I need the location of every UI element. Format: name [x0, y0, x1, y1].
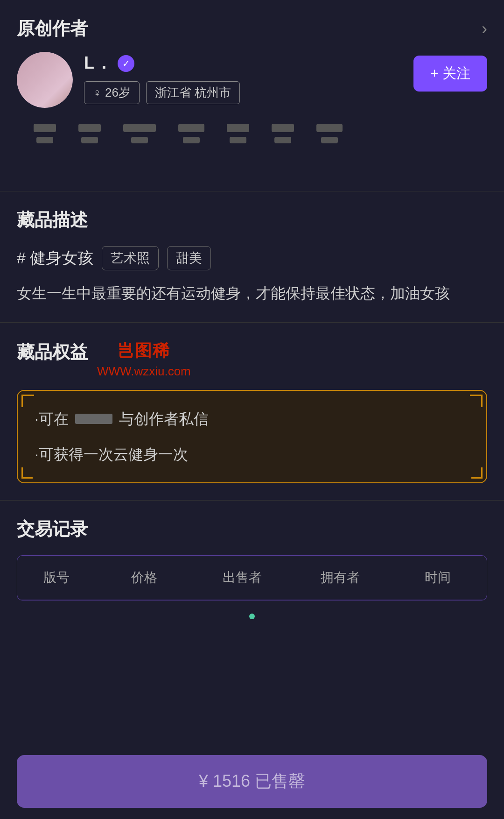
divider-3: [0, 500, 504, 501]
col-time: 时间: [389, 569, 487, 586]
benefits-card: ·可在 与创作者私信 ·可获得一次云健身一次: [17, 390, 487, 483]
scroll-indicator: [249, 614, 255, 619]
benefit-1-prefix: ·可在: [35, 408, 69, 430]
sold-button: ¥ 1516 已售罄: [17, 755, 487, 808]
stat-7: [316, 124, 343, 143]
age-tag-label: 26岁: [105, 85, 131, 101]
stat-label-3: [131, 137, 148, 143]
follow-button[interactable]: + 关注: [413, 56, 487, 92]
benefits-title: 藏品权益: [17, 340, 88, 364]
stat-value-2: [78, 124, 101, 132]
divider-2: [0, 322, 504, 323]
stat-value-6: [272, 124, 294, 132]
author-name: L．: [84, 52, 113, 75]
watermark-url: WWW.wzxiu.com: [97, 364, 191, 379]
description-section: 藏品描述 # 健身女孩 艺术照 甜美 女生一生中最重要的还有运动健身，才能保持最…: [0, 208, 504, 305]
age-tag: ♀ 26岁: [84, 81, 140, 104]
col-edition: 版号: [17, 569, 96, 586]
stats-grid: [17, 119, 487, 157]
author-section-title: 原创作者: [17, 17, 88, 41]
stat-value-4: [178, 124, 204, 132]
stat-value-5: [227, 124, 249, 132]
stat-5: [227, 124, 249, 143]
stat-value-1: [34, 124, 56, 132]
stat-6: [272, 124, 294, 143]
avatar-placeholder: [17, 52, 73, 108]
stat-4: [178, 124, 204, 143]
benefit-1-blurred: [75, 414, 112, 424]
benefit-1-suffix: 与创作者私信: [119, 408, 209, 430]
watermark-cn: 岂图稀: [117, 339, 170, 362]
verified-badge-icon: ✓: [118, 55, 134, 72]
description-text: 女生一生中最重要的还有运动健身，才能保持最佳状态，加油女孩: [17, 282, 487, 305]
stat-3: [123, 124, 156, 143]
stat-2: [78, 124, 101, 143]
col-seller: 出售者: [193, 569, 291, 586]
author-section-header: 原创作者 ›: [0, 0, 504, 52]
stat-label-5: [230, 137, 246, 143]
description-title: 藏品描述: [17, 208, 487, 232]
stat-label-2: [81, 137, 98, 143]
stat-value-3: [123, 124, 156, 132]
transaction-table: 版号 价格 出售者 拥有者 时间: [17, 555, 487, 600]
author-top-row: L． ✓ ♀ 26岁 浙江省 杭州市 + 关注: [17, 52, 487, 108]
corner-bottom-right-icon: [471, 467, 483, 479]
transaction-title: 交易记录: [17, 517, 487, 541]
tag-badge-1: 艺术照: [102, 246, 159, 270]
watermark: 岂图稀 WWW.wzxiu.com: [97, 339, 191, 379]
avatar: [17, 52, 73, 108]
col-price: 价格: [96, 569, 194, 586]
stat-value-7: [316, 124, 343, 132]
stat-label-4: [183, 137, 200, 143]
author-info: L． ✓ ♀ 26岁 浙江省 杭州市: [84, 52, 402, 104]
page-container: 原创作者 › L． ✓ ♀ 26岁 浙江: [0, 0, 504, 679]
table-header: 版号 价格 出售者 拥有者 时间: [17, 556, 487, 600]
gender-icon: ♀: [93, 86, 101, 99]
stat-1: [34, 124, 56, 143]
transaction-section: 交易记录 版号 价格 出售者 拥有者 时间: [0, 517, 504, 600]
tag-badge-2: 甜美: [167, 246, 211, 270]
benefit-item-1: ·可在 与创作者私信: [35, 408, 469, 430]
benefit-item-2: ·可获得一次云健身一次: [35, 443, 469, 466]
corner-bottom-left-icon: [21, 467, 33, 479]
benefits-section: 藏品权益 岂图稀 WWW.wzxiu.com ·可在 与创作者私信 ·可获得一次…: [0, 339, 504, 483]
bottom-bar: ¥ 1516 已售罄: [0, 744, 504, 819]
divider-1: [0, 191, 504, 191]
author-card: L． ✓ ♀ 26岁 浙江省 杭州市 + 关注: [0, 52, 504, 174]
location-tag-label: 浙江省 杭州市: [155, 85, 231, 101]
hashtag: # 健身女孩: [17, 247, 93, 269]
stat-label-1: [36, 137, 53, 143]
stat-label-6: [274, 137, 291, 143]
benefits-title-row: 藏品权益 岂图稀 WWW.wzxiu.com: [17, 339, 487, 379]
author-tags: ♀ 26岁 浙江省 杭州市: [84, 81, 402, 104]
col-owner: 拥有者: [291, 569, 389, 586]
benefit-2-text: ·可获得一次云健身一次: [35, 443, 188, 466]
stat-label-7: [321, 137, 338, 143]
author-name-row: L． ✓: [84, 52, 402, 75]
hashtag-row: # 健身女孩 艺术照 甜美: [17, 246, 487, 270]
chevron-right-icon[interactable]: ›: [482, 19, 487, 39]
location-tag: 浙江省 杭州市: [146, 81, 240, 104]
